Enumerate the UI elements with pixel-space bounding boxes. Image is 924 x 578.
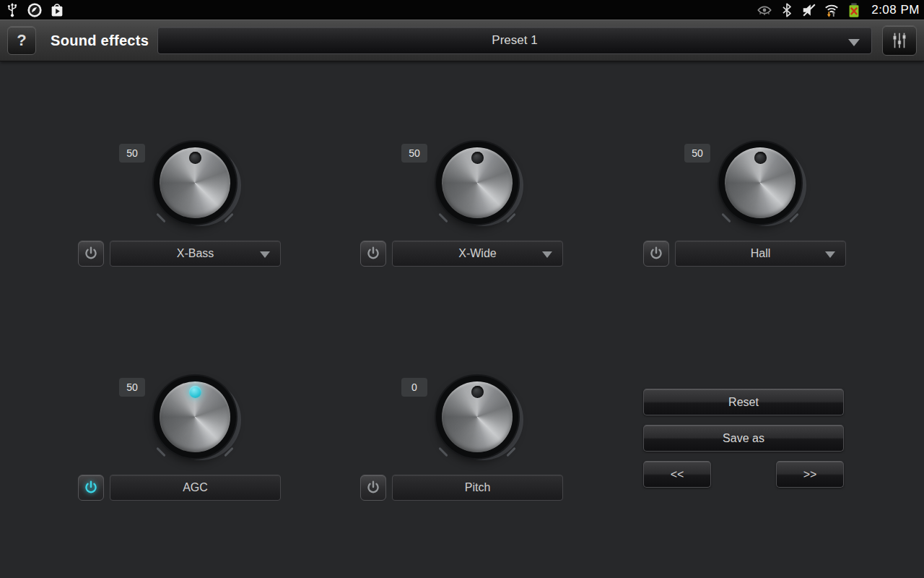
reset-button[interactable]: Reset: [643, 389, 844, 415]
equalizer-sliders-icon: [890, 31, 909, 50]
equalizer-button[interactable]: [882, 25, 917, 56]
knob-value-badge: 0: [401, 378, 427, 397]
effect-select-xwide[interactable]: X-Wide: [392, 241, 563, 267]
knob-hall[interactable]: [719, 142, 801, 224]
knob-min-tick: [438, 213, 448, 223]
power-button-pitch[interactable]: [360, 475, 386, 501]
power-button-agc[interactable]: [78, 475, 104, 501]
status-bar-right: 2:08 PM: [757, 2, 920, 18]
knob-indicator-dot: [189, 152, 201, 164]
knob-pitch[interactable]: [436, 376, 518, 458]
wifi-transfer-icon: [824, 2, 840, 18]
power-icon: [365, 480, 381, 496]
knob-max-tick: [506, 447, 515, 457]
power-button-hall[interactable]: [643, 241, 669, 267]
knob-value-badge: 50: [684, 144, 710, 163]
effect-select-label: X-Bass: [177, 247, 214, 260]
preset-value: Preset 1: [492, 33, 537, 48]
preset-dropdown[interactable]: Preset 1: [157, 27, 872, 54]
knob-value-badge: 50: [119, 378, 145, 397]
knob-indicator-dot: [471, 152, 484, 164]
knob-xbass[interactable]: [154, 142, 236, 224]
effect-module-xwide: 50 X-Wide: [360, 134, 564, 275]
bluetooth-icon: [779, 2, 795, 18]
knob-xwide[interactable]: [436, 142, 518, 224]
knob-min-tick: [438, 447, 448, 457]
clock: 2:08 PM: [871, 3, 920, 17]
effect-module-xbass: 50 X-Bass: [78, 134, 282, 275]
status-bar-left: [4, 2, 65, 18]
effect-module-hall: 50 Hall: [643, 134, 847, 275]
app-header: ? Sound effects Preset 1: [0, 20, 924, 61]
screen: 2:08 PM ? Sound effects Preset 1: [0, 0, 924, 578]
power-icon: [648, 246, 664, 262]
effect-label-pitch[interactable]: Pitch: [392, 475, 563, 501]
smart-stay-eye-icon: [757, 2, 772, 18]
effect-select-xbass[interactable]: X-Bass: [110, 241, 281, 267]
knob-max-tick: [506, 213, 515, 223]
effect-module-agc: 50 AGC: [78, 368, 282, 509]
knob-agc[interactable]: [154, 376, 236, 458]
chevron-down-icon: [848, 39, 860, 46]
effect-select-label: Pitch: [465, 481, 491, 494]
prev-preset-button[interactable]: <<: [643, 461, 711, 488]
battery-error-icon: [846, 2, 862, 18]
knob-max-tick: [224, 213, 233, 223]
knob-indicator-dot: [471, 386, 484, 398]
power-icon: [83, 480, 99, 496]
power-button-xwide[interactable]: [360, 241, 386, 267]
usb-icon: [4, 2, 20, 18]
status-bar: 2:08 PM: [0, 0, 924, 20]
knob-min-tick: [156, 213, 165, 223]
chevron-down-icon: [542, 251, 552, 258]
knob-value-badge: 50: [401, 144, 427, 163]
effect-select-label: Hall: [751, 247, 771, 260]
power-icon: [83, 246, 99, 262]
effect-select-label: AGC: [183, 481, 208, 494]
play-store-icon: [49, 2, 65, 18]
effect-module-pitch: 0 Pitch: [360, 368, 564, 509]
knob-max-tick: [224, 447, 233, 457]
knob-min-tick: [156, 447, 165, 457]
knob-indicator-dot: [754, 152, 767, 164]
knob-indicator-dot: [189, 386, 201, 398]
effect-label-agc[interactable]: AGC: [110, 475, 281, 501]
page-title: Sound effects: [51, 20, 149, 61]
mute-icon: [801, 2, 817, 18]
effect-select-label: X-Wide: [458, 247, 496, 260]
knob-min-tick: [721, 213, 731, 223]
effect-select-hall[interactable]: Hall: [675, 241, 846, 267]
chevron-down-icon: [260, 251, 270, 258]
help-button[interactable]: ?: [7, 26, 36, 55]
power-button-xbass[interactable]: [78, 241, 104, 267]
knob-value-badge: 50: [119, 144, 145, 163]
save-as-button[interactable]: Save as: [643, 425, 844, 452]
speedometer-icon: [27, 2, 43, 18]
power-icon: [365, 246, 381, 262]
knob-max-tick: [789, 213, 798, 223]
next-preset-button[interactable]: >>: [776, 461, 844, 488]
chevron-down-icon: [825, 251, 835, 258]
